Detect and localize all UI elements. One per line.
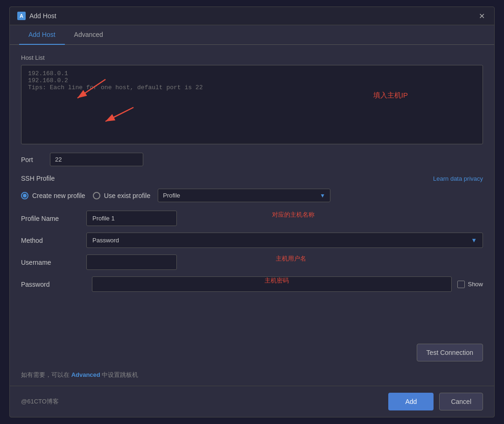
use-exist-radio-indicator [93, 192, 100, 199]
host-list-container: 填入主机IP [21, 65, 483, 144]
footer-note-suffix: 中设置跳板机 [100, 371, 139, 378]
footer-note: 如有需要，可以在 Advanced 中设置跳板机 [10, 366, 494, 386]
profile-name-hint: 对应的主机名称 [272, 211, 315, 219]
method-label: Method [21, 237, 86, 244]
username-wrapper: 主机用户名 [86, 254, 483, 270]
password-row: Password 主机密码 Show [21, 276, 483, 292]
title-bar: A Add Host ✕ [10, 7, 494, 25]
watermark: @61CTO博客 [21, 397, 59, 406]
profile-name-wrapper: 对应的主机名称 [86, 211, 483, 226]
profile-name-label: Profile Name [21, 215, 86, 222]
port-row: Port [21, 153, 483, 166]
dialog-content: Host List 填入主机IP Port SSH Profil [10, 45, 494, 339]
method-dropdown[interactable]: Password ▼ [86, 233, 483, 248]
show-password-checkbox[interactable]: Show [457, 281, 483, 288]
use-exist-profile-radio[interactable]: Use exist profile [93, 192, 151, 199]
port-input[interactable] [50, 153, 143, 166]
host-list-section-label: Host List [21, 54, 483, 61]
dialog-title: Add Host [29, 12, 56, 20]
profile-name-row: Profile Name 对应的主机名称 [21, 211, 483, 226]
ssh-profile-header: SSH Profile Learn data privacy [21, 175, 483, 182]
close-button[interactable]: ✕ [476, 11, 487, 21]
host-list-input[interactable] [28, 70, 476, 139]
radio-row: Create new profile Use exist profile Pro… [21, 189, 483, 202]
username-input[interactable] [86, 254, 177, 270]
tab-bar: Add Host Advanced [10, 25, 494, 45]
method-value: Password [92, 237, 119, 244]
footer-buttons: Add Cancel [388, 393, 483, 410]
port-label: Port [21, 156, 44, 163]
footer-advanced-link[interactable]: Advanced [71, 371, 100, 378]
tab-advanced[interactable]: Advanced [65, 25, 112, 45]
test-connection-button[interactable]: Test Connection [417, 344, 483, 361]
password-input[interactable] [92, 276, 452, 292]
profile-dropdown[interactable]: Profile ▼ [158, 189, 330, 202]
tab-add-host[interactable]: Add Host [19, 25, 65, 45]
footer-note-prefix: 如有需要，可以在 [21, 371, 71, 378]
username-row: Username 主机用户名 [21, 254, 483, 270]
username-label: Username [21, 259, 86, 266]
use-exist-profile-label: Use exist profile [104, 192, 151, 199]
create-new-profile-label: Create new profile [32, 192, 85, 199]
cancel-button[interactable]: Cancel [439, 393, 483, 410]
show-checkbox-box [457, 281, 465, 288]
title-bar-left: A Add Host [17, 12, 56, 20]
add-button[interactable]: Add [388, 393, 434, 410]
ssh-profile-title: SSH Profile [21, 175, 55, 182]
method-dropdown-arrow: ▼ [471, 237, 477, 244]
learn-data-privacy-link[interactable]: Learn data privacy [433, 175, 483, 182]
show-label: Show [468, 281, 483, 288]
dialog-footer: @61CTO博客 Add Cancel [10, 386, 494, 417]
test-connection-row: Test Connection [10, 339, 494, 366]
create-new-profile-radio[interactable]: Create new profile [21, 192, 85, 199]
password-label: Password [21, 281, 86, 288]
profile-dropdown-value: Profile [163, 192, 180, 199]
app-icon: A [17, 12, 26, 20]
method-row: Method Password ▼ [21, 233, 483, 248]
username-hint: 主机用户名 [276, 254, 306, 263]
profile-dropdown-arrow: ▼ [320, 192, 325, 199]
create-new-radio-indicator [21, 192, 28, 199]
annotation-fill-ip: 填入主机IP [373, 91, 408, 100]
profile-name-input[interactable] [86, 211, 177, 226]
password-wrapper: 主机密码 [92, 276, 452, 292]
add-host-dialog: A Add Host ✕ Add Host Advanced Host List [9, 7, 495, 417]
